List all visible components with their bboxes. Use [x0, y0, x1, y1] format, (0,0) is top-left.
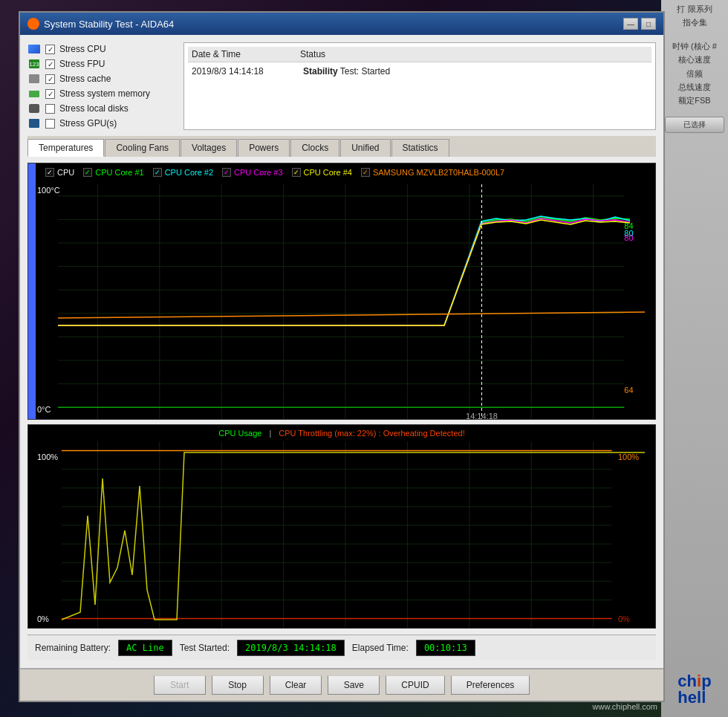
stress-cache-item: Stress cache	[27, 72, 176, 85]
stress-gpu-item: Stress GPU(s)	[27, 117, 176, 130]
status-header: Date & Time Status	[188, 47, 651, 62]
tabs-bar: Temperatures Cooling Fans Voltages Power…	[27, 136, 656, 157]
stress-disk-item: Stress local disks	[27, 102, 176, 115]
temp-chart-svg: 100°C 0°C 84 80 80 64 14:14:18	[36, 184, 655, 419]
usage-chart-title: CPU Usage | CPU Throttling (max: 22%) : …	[218, 429, 464, 438]
status-panel: Date & Time Status 2019/8/3 14:14:18 Sta…	[183, 42, 656, 130]
cpuz-panel-text5: 倍频	[686, 68, 703, 80]
legend-cpu-check[interactable]	[45, 168, 54, 177]
test-started-label: Test Started:	[180, 643, 230, 653]
svg-text:64: 64	[624, 386, 633, 395]
temp-chart-area: 100°C 0°C 84 80 80 64 14:14:18	[36, 184, 655, 419]
usage-chart-svg: 100% 0% 100% 0%	[36, 441, 655, 628]
svg-text:100%: 100%	[618, 452, 639, 461]
legend-core1: CPU Core #1	[83, 168, 143, 177]
temperature-chart: CPU CPU Core #1 CPU Core #2 CPU Core #3	[27, 163, 656, 420]
stress-gpu-checkbox[interactable]	[45, 119, 55, 129]
usage-title-left: CPU Usage	[218, 429, 261, 438]
legend-core3-label: CPU Core #3	[234, 168, 282, 177]
stress-options: Stress CPU 123 Stress FPU Stress cache S…	[27, 42, 176, 130]
clear-button[interactable]: Clear	[270, 675, 322, 695]
stress-disk-checkbox[interactable]	[45, 104, 55, 114]
charts-area: CPU CPU Core #1 CPU Core #2 CPU Core #3	[27, 163, 656, 629]
status-bottom-bar: Remaining Battery: AC Line Test Started:…	[27, 635, 656, 661]
legend-core3: CPU Core #3	[222, 168, 282, 177]
svg-text:80: 80	[624, 233, 633, 242]
stress-memory-checkbox[interactable]	[45, 89, 55, 99]
svg-text:0%: 0%	[618, 614, 630, 623]
usage-chart: CPU Usage | CPU Throttling (max: 22%) : …	[27, 424, 656, 629]
preferences-button[interactable]: Preferences	[451, 675, 530, 695]
tab-temperatures[interactable]: Temperatures	[27, 139, 104, 157]
stress-fpu-label: Stress FPU	[59, 59, 105, 69]
stress-cache-label: Stress cache	[59, 74, 111, 84]
cpuz-panel: 打 限系列 指令集 时钟 (核心 # 核心速度 倍频 总线速度 额定FSB 已选…	[661, 0, 728, 717]
cpuz-panel-text7: 额定FSB	[678, 95, 710, 106]
svg-text:0°C: 0°C	[37, 405, 51, 414]
battery-label: Remaining Battery:	[35, 643, 111, 653]
status-datetime-value: 2019/8/3 14:14:18	[192, 66, 288, 77]
cpuid-button[interactable]: CPUID	[386, 675, 444, 695]
main-window: System Stability Test - AIDA64 — □ Stres…	[19, 11, 665, 702]
status-col-datetime: Date & Time	[192, 49, 241, 59]
svg-text:0%: 0%	[37, 614, 49, 623]
battery-value: AC Line	[118, 640, 172, 656]
start-button[interactable]: Start	[154, 675, 206, 695]
svg-text:14:14:18: 14:14:18	[466, 412, 498, 419]
status-value-text: Stability Test: Started	[303, 66, 390, 77]
window-title: System Stability Test - AIDA64	[44, 19, 623, 30]
button-bar: Start Stop Clear Save CPUID Preferences	[20, 668, 663, 701]
legend-samsung: SAMSUNG MZVLB2T0HALB-000L7	[361, 168, 504, 177]
stress-cache-checkbox[interactable]	[45, 74, 55, 84]
cpuz-selected-btn[interactable]: 已选择	[665, 117, 724, 133]
stress-gpu-label: Stress GPU(s)	[59, 118, 117, 129]
tab-unified[interactable]: Unified	[340, 139, 390, 157]
title-bar: System Stability Test - AIDA64 — □	[20, 13, 663, 35]
elapsed-label: Elapsed Time:	[352, 643, 409, 653]
legend-core4-check[interactable]	[292, 168, 301, 177]
stop-button[interactable]: Stop	[212, 675, 264, 695]
cpuz-panel-text2: 指令集	[683, 17, 707, 28]
svg-text:100%: 100%	[37, 452, 58, 461]
top-section: Stress CPU 123 Stress FPU Stress cache S…	[27, 42, 656, 130]
cpuz-logo: chip hell	[677, 673, 711, 706]
test-started-value: 2019/8/3 14:14:18	[237, 640, 345, 656]
stress-disk-label: Stress local disks	[59, 103, 129, 114]
stress-cpu-checkbox[interactable]	[45, 45, 55, 54]
stress-cpu-label: Stress CPU	[59, 44, 106, 54]
cpuz-panel-text6: 总线速度	[678, 82, 711, 93]
legend-samsung-check[interactable]	[361, 168, 370, 177]
tab-powers[interactable]: Powers	[238, 139, 290, 157]
cpuz-panel-text4: 核心速度	[678, 54, 711, 65]
elapsed-value: 00:10:13	[416, 640, 475, 656]
usage-chart-area: 100% 0% 100% 0%	[36, 441, 655, 628]
tab-voltages[interactable]: Voltages	[181, 139, 237, 157]
tab-cooling-fans[interactable]: Cooling Fans	[105, 139, 180, 157]
gpu-icon	[27, 118, 41, 129]
stress-memory-item: Stress system memory	[27, 87, 176, 100]
legend-core2-check[interactable]	[153, 168, 162, 177]
cpuz-panel-text3: 时钟 (核心 #	[672, 41, 717, 52]
status-col-status: Status	[300, 49, 325, 59]
cache-icon	[27, 74, 41, 84]
save-button[interactable]: Save	[328, 675, 380, 695]
status-row-0: 2019/8/3 14:14:18 Stability Test: Starte…	[188, 65, 651, 78]
fpu-icon: 123	[27, 59, 41, 69]
memory-icon	[27, 88, 41, 99]
legend-core2: CPU Core #2	[153, 168, 213, 177]
cpuz-panel-text1: 打 限系列	[677, 4, 712, 15]
tab-clocks[interactable]: Clocks	[290, 139, 339, 157]
app-icon	[27, 18, 39, 30]
stress-fpu-checkbox[interactable]	[45, 59, 55, 69]
stress-cpu-item: Stress CPU	[27, 42, 176, 56]
temp-legend: CPU CPU Core #1 CPU Core #2 CPU Core #3	[39, 165, 655, 180]
legend-core1-check[interactable]	[83, 168, 92, 177]
legend-core3-check[interactable]	[222, 168, 231, 177]
minimize-button[interactable]: —	[623, 18, 638, 30]
tab-statistics[interactable]: Statistics	[391, 139, 449, 157]
legend-cpu-label: CPU	[57, 168, 74, 177]
maximize-button[interactable]: □	[641, 18, 656, 30]
watermark: www.chiphell.com	[593, 702, 657, 711]
legend-cpu: CPU	[45, 168, 74, 177]
legend-core1-label: CPU Core #1	[95, 168, 143, 177]
